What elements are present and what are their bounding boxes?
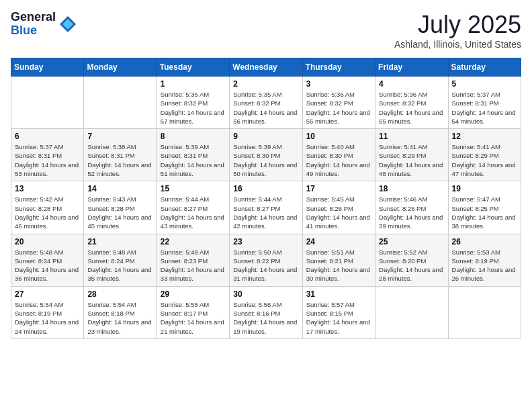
- calendar-cell: 9Sunrise: 5:39 AMSunset: 8:30 PMDaylight…: [230, 129, 302, 181]
- day-number: 10: [306, 132, 371, 141]
- calendar-cell: 10Sunrise: 5:40 AMSunset: 8:30 PMDayligh…: [302, 129, 375, 181]
- day-number: 7: [87, 132, 152, 141]
- calendar-cell: 27Sunrise: 5:54 AMSunset: 8:19 PMDayligh…: [11, 286, 84, 338]
- day-info: Sunrise: 5:44 AMSunset: 8:27 PMDaylight:…: [161, 195, 226, 230]
- calendar-cell: [448, 286, 521, 338]
- day-number: 21: [87, 237, 152, 246]
- day-number: 9: [233, 132, 298, 141]
- day-info: Sunrise: 5:37 AMSunset: 8:31 PMDaylight:…: [15, 142, 80, 178]
- day-info: Sunrise: 5:41 AMSunset: 8:29 PMDaylight:…: [452, 142, 517, 178]
- day-info: Sunrise: 5:35 AMSunset: 8:32 PMDaylight:…: [161, 90, 226, 126]
- calendar-cell: 29Sunrise: 5:55 AMSunset: 8:17 PMDayligh…: [157, 286, 229, 338]
- calendar-week-row: 1Sunrise: 5:35 AMSunset: 8:32 PMDaylight…: [11, 77, 521, 129]
- calendar-cell: 7Sunrise: 5:38 AMSunset: 8:31 PMDaylight…: [84, 129, 157, 181]
- day-number: 6: [15, 132, 80, 141]
- calendar-cell: 23Sunrise: 5:50 AMSunset: 8:22 PMDayligh…: [230, 234, 302, 286]
- logo-text: General Blue: [11, 11, 56, 38]
- logo-blue: Blue: [11, 24, 56, 38]
- day-number: 11: [379, 132, 444, 141]
- calendar-cell: 3Sunrise: 5:36 AMSunset: 8:32 PMDaylight…: [302, 77, 375, 129]
- calendar-cell: 28Sunrise: 5:54 AMSunset: 8:18 PMDayligh…: [84, 286, 157, 338]
- day-info: Sunrise: 5:51 AMSunset: 8:21 PMDaylight:…: [306, 248, 371, 283]
- calendar-cell: 15Sunrise: 5:44 AMSunset: 8:27 PMDayligh…: [157, 181, 229, 234]
- day-info: Sunrise: 5:36 AMSunset: 8:32 PMDaylight:…: [379, 90, 444, 126]
- day-number: 17: [306, 184, 371, 193]
- calendar-cell: 18Sunrise: 5:46 AMSunset: 8:26 PMDayligh…: [375, 181, 448, 234]
- day-number: 15: [161, 184, 226, 193]
- day-of-week-header: Sunday: [11, 58, 84, 77]
- calendar-cell: 8Sunrise: 5:39 AMSunset: 8:31 PMDaylight…: [157, 129, 229, 181]
- day-info: Sunrise: 5:47 AMSunset: 8:25 PMDaylight:…: [452, 195, 517, 230]
- day-number: 5: [452, 79, 517, 89]
- day-number: 1: [161, 79, 226, 89]
- day-number: 23: [233, 237, 298, 246]
- day-info: Sunrise: 5:52 AMSunset: 8:20 PMDaylight:…: [379, 248, 444, 283]
- day-info: Sunrise: 5:38 AMSunset: 8:31 PMDaylight:…: [87, 142, 152, 178]
- calendar-cell: 19Sunrise: 5:47 AMSunset: 8:25 PMDayligh…: [448, 181, 521, 234]
- calendar-cell: [11, 77, 84, 129]
- title-block: July 2025 Ashland, Illinois, United Stat…: [394, 11, 521, 50]
- calendar-cell: 1Sunrise: 5:35 AMSunset: 8:32 PMDaylight…: [157, 77, 229, 129]
- day-info: Sunrise: 5:50 AMSunset: 8:22 PMDaylight:…: [233, 248, 298, 283]
- day-info: Sunrise: 5:54 AMSunset: 8:19 PMDaylight:…: [15, 300, 80, 336]
- day-number: 3: [306, 79, 371, 89]
- calendar-cell: 25Sunrise: 5:52 AMSunset: 8:20 PMDayligh…: [375, 234, 448, 286]
- day-number: 13: [15, 184, 80, 193]
- day-of-week-header: Tuesday: [157, 58, 229, 77]
- calendar-cell: 5Sunrise: 5:37 AMSunset: 8:31 PMDaylight…: [448, 77, 521, 129]
- day-info: Sunrise: 5:39 AMSunset: 8:31 PMDaylight:…: [161, 142, 226, 178]
- calendar-cell: 13Sunrise: 5:42 AMSunset: 8:28 PMDayligh…: [11, 181, 84, 234]
- calendar-table: SundayMondayTuesdayWednesdayThursdayFrid…: [11, 58, 521, 339]
- day-number: 8: [161, 132, 226, 141]
- calendar-cell: 26Sunrise: 5:53 AMSunset: 8:19 PMDayligh…: [448, 234, 521, 286]
- calendar-week-row: 13Sunrise: 5:42 AMSunset: 8:28 PMDayligh…: [11, 181, 521, 234]
- day-number: 16: [233, 184, 298, 193]
- calendar-week-row: 6Sunrise: 5:37 AMSunset: 8:31 PMDaylight…: [11, 129, 521, 181]
- logo-general: General: [11, 11, 56, 24]
- day-info: Sunrise: 5:40 AMSunset: 8:30 PMDaylight:…: [306, 142, 371, 178]
- calendar-cell: 17Sunrise: 5:45 AMSunset: 8:26 PMDayligh…: [302, 181, 375, 234]
- day-info: Sunrise: 5:36 AMSunset: 8:32 PMDaylight:…: [306, 90, 371, 126]
- calendar-cell: 22Sunrise: 5:49 AMSunset: 8:23 PMDayligh…: [157, 234, 229, 286]
- day-info: Sunrise: 5:53 AMSunset: 8:19 PMDaylight:…: [452, 248, 517, 283]
- day-info: Sunrise: 5:44 AMSunset: 8:27 PMDaylight:…: [233, 195, 298, 230]
- calendar-cell: [84, 77, 157, 129]
- day-of-week-header: Saturday: [448, 58, 521, 77]
- calendar-cell: 6Sunrise: 5:37 AMSunset: 8:31 PMDaylight…: [11, 129, 84, 181]
- calendar-cell: 14Sunrise: 5:43 AMSunset: 8:28 PMDayligh…: [84, 181, 157, 234]
- day-info: Sunrise: 5:39 AMSunset: 8:30 PMDaylight:…: [233, 142, 298, 178]
- calendar-week-row: 27Sunrise: 5:54 AMSunset: 8:19 PMDayligh…: [11, 286, 521, 338]
- logo: General Blue: [11, 11, 77, 38]
- day-number: 2: [233, 79, 298, 89]
- calendar-cell: 12Sunrise: 5:41 AMSunset: 8:29 PMDayligh…: [448, 129, 521, 181]
- day-number: 20: [15, 237, 80, 246]
- day-number: 22: [161, 237, 226, 246]
- day-info: Sunrise: 5:48 AMSunset: 8:24 PMDaylight:…: [15, 248, 80, 283]
- calendar-cell: 20Sunrise: 5:48 AMSunset: 8:24 PMDayligh…: [11, 234, 84, 286]
- day-info: Sunrise: 5:43 AMSunset: 8:28 PMDaylight:…: [87, 195, 152, 230]
- calendar-cell: 16Sunrise: 5:44 AMSunset: 8:27 PMDayligh…: [230, 181, 302, 234]
- day-info: Sunrise: 5:37 AMSunset: 8:31 PMDaylight:…: [452, 90, 517, 126]
- day-number: 31: [306, 289, 371, 299]
- day-info: Sunrise: 5:56 AMSunset: 8:16 PMDaylight:…: [233, 300, 298, 336]
- day-number: 18: [379, 184, 444, 193]
- calendar-header-row: SundayMondayTuesdayWednesdayThursdayFrid…: [11, 58, 521, 77]
- location-subtitle: Ashland, Illinois, United States: [394, 39, 521, 50]
- day-info: Sunrise: 5:54 AMSunset: 8:18 PMDaylight:…: [87, 300, 152, 336]
- calendar-cell: 30Sunrise: 5:56 AMSunset: 8:16 PMDayligh…: [230, 286, 302, 338]
- day-info: Sunrise: 5:46 AMSunset: 8:26 PMDaylight:…: [379, 195, 444, 230]
- day-number: 26: [452, 237, 517, 246]
- calendar-cell: 2Sunrise: 5:35 AMSunset: 8:32 PMDaylight…: [230, 77, 302, 129]
- day-info: Sunrise: 5:45 AMSunset: 8:26 PMDaylight:…: [306, 195, 371, 230]
- day-of-week-header: Monday: [84, 58, 157, 77]
- day-of-week-header: Wednesday: [230, 58, 302, 77]
- day-number: 27: [15, 289, 80, 299]
- day-number: 4: [379, 79, 444, 89]
- calendar-cell: 4Sunrise: 5:36 AMSunset: 8:32 PMDaylight…: [375, 77, 448, 129]
- day-info: Sunrise: 5:49 AMSunset: 8:23 PMDaylight:…: [161, 248, 226, 283]
- calendar-cell: 21Sunrise: 5:48 AMSunset: 8:24 PMDayligh…: [84, 234, 157, 286]
- day-number: 28: [87, 289, 152, 299]
- calendar-week-row: 20Sunrise: 5:48 AMSunset: 8:24 PMDayligh…: [11, 234, 521, 286]
- logo-icon: [58, 15, 77, 34]
- day-of-week-header: Thursday: [302, 58, 375, 77]
